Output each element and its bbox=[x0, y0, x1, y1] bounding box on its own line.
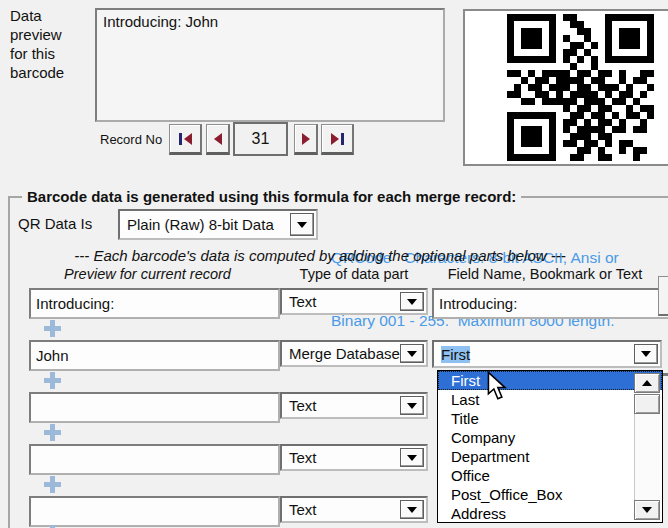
last-record-icon bbox=[331, 133, 339, 145]
dropdown-item[interactable]: First bbox=[438, 371, 662, 390]
type-combobox-row2[interactable]: Merge Database bbox=[280, 340, 428, 367]
type-dropdown-button-row1[interactable] bbox=[400, 292, 424, 311]
type-combobox-row4[interactable]: Text bbox=[280, 444, 428, 471]
add-part-icon-3[interactable] bbox=[44, 424, 61, 441]
field-dropdown-items: FirstLastTitleCompanyDepartmentOfficePos… bbox=[438, 371, 662, 523]
previous-record-button[interactable] bbox=[206, 124, 230, 155]
chevron-down-icon bbox=[407, 403, 417, 409]
field-input-row1[interactable] bbox=[432, 288, 668, 319]
scrollbar-up-button[interactable] bbox=[634, 373, 660, 393]
chevron-down-icon bbox=[641, 351, 651, 357]
field-dropdown-button-row2[interactable] bbox=[634, 344, 658, 364]
record-no-label: Record No bbox=[100, 132, 162, 147]
type-dropdown-button-row3[interactable] bbox=[400, 396, 424, 415]
scrollbar-track[interactable] bbox=[634, 414, 660, 500]
scrollbar-down-button[interactable] bbox=[634, 500, 660, 520]
chevron-down-icon bbox=[407, 455, 417, 461]
preview-input-row1[interactable] bbox=[29, 288, 280, 319]
dropdown-item[interactable]: Office bbox=[438, 466, 662, 485]
scroll-down-icon bbox=[642, 507, 652, 513]
chevron-down-icon bbox=[407, 299, 417, 305]
barcode-merge-dialog: Data preview for this barcode Introducin… bbox=[0, 0, 668, 528]
scroll-up-icon bbox=[642, 380, 652, 386]
preview-input-row2[interactable] bbox=[29, 340, 280, 371]
type-value-row3: Text bbox=[289, 394, 317, 417]
qr-data-type-combobox[interactable]: Plain (Raw) 8-bit Data bbox=[118, 209, 318, 240]
dropdown-item[interactable]: Title bbox=[438, 409, 662, 428]
formula-hint: --- Each barcode's data is computed by a… bbox=[25, 247, 615, 264]
qr-data-type-dropdown-button[interactable] bbox=[290, 213, 314, 236]
type-value-row5: Text bbox=[289, 498, 317, 521]
next-record-button[interactable] bbox=[294, 124, 318, 155]
next-record-icon bbox=[302, 133, 310, 145]
type-value-row4: Text bbox=[289, 446, 317, 469]
preview-input-row4[interactable] bbox=[29, 444, 280, 475]
qr-data-type-value: Plain (Raw) 8-bit Data bbox=[127, 211, 274, 238]
add-part-icon-4[interactable] bbox=[44, 476, 61, 493]
type-dropdown-button-row5[interactable] bbox=[400, 500, 424, 519]
add-part-icon-1[interactable] bbox=[44, 320, 61, 337]
preview-input-row5[interactable] bbox=[29, 496, 280, 527]
type-combobox-row5[interactable]: Text bbox=[280, 496, 428, 523]
type-dropdown-button-row2[interactable] bbox=[400, 344, 424, 363]
clipped-scrollbar-fragment[interactable] bbox=[658, 276, 668, 316]
add-part-icon-2[interactable] bbox=[44, 372, 61, 389]
data-preview-label: Data preview for this barcode bbox=[10, 6, 74, 82]
type-dropdown-button-row4[interactable] bbox=[400, 448, 424, 467]
type-value-row1: Text bbox=[289, 290, 317, 313]
groupbox-title: Barcode data is generated using this for… bbox=[22, 188, 521, 205]
data-preview-text: Introducing: John bbox=[103, 13, 218, 30]
dropdown-item[interactable]: Department bbox=[438, 447, 662, 466]
qr-code bbox=[507, 14, 654, 161]
record-number-value: 31 bbox=[252, 130, 270, 148]
data-preview-textbox[interactable]: Introducing: John bbox=[95, 8, 445, 122]
chevron-down-icon bbox=[407, 507, 417, 513]
field-combobox-row2[interactable]: First bbox=[432, 340, 662, 368]
type-value-row2: Merge Database bbox=[289, 342, 400, 365]
dropdown-item[interactable]: Last bbox=[438, 390, 662, 409]
type-combobox-row3[interactable]: Text bbox=[280, 392, 428, 419]
qr-data-is-label: QR Data Is bbox=[18, 215, 92, 232]
chevron-down-icon bbox=[297, 222, 307, 228]
first-record-button[interactable] bbox=[169, 124, 202, 155]
previous-record-icon bbox=[214, 133, 222, 145]
column-header-preview: Preview for current record bbox=[29, 266, 266, 282]
dropdown-item[interactable]: Address bbox=[438, 504, 662, 523]
column-header-type: Type of data part bbox=[280, 266, 428, 282]
dropdown-item[interactable]: Post_Office_Box bbox=[438, 485, 662, 504]
scrollbar-thumb[interactable] bbox=[634, 394, 660, 414]
dropdown-item[interactable]: Company bbox=[438, 428, 662, 447]
qr-code-panel bbox=[463, 9, 668, 166]
field-dropdown-list: FirstLastTitleCompanyDepartmentOfficePos… bbox=[437, 370, 663, 523]
preview-input-row3[interactable] bbox=[29, 392, 280, 423]
chevron-down-icon bbox=[407, 351, 417, 357]
field-selected-text: First bbox=[441, 346, 470, 363]
first-record-icon bbox=[179, 133, 182, 145]
mouse-cursor bbox=[487, 371, 507, 401]
last-record-button[interactable] bbox=[321, 124, 354, 155]
column-header-field: Field Name, Bookmark or Text bbox=[432, 266, 658, 282]
record-number-field[interactable]: 31 bbox=[233, 122, 288, 156]
type-combobox-row1[interactable]: Text bbox=[280, 288, 428, 315]
groupbox-border-left bbox=[8, 196, 10, 528]
